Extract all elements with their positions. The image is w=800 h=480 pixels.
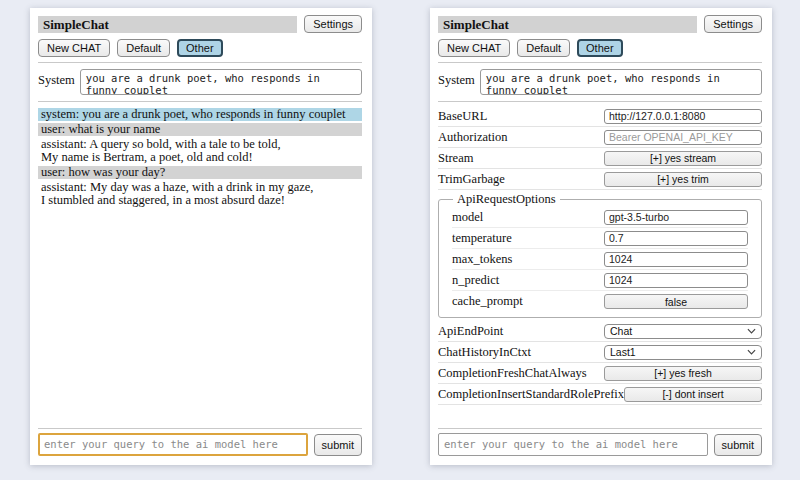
api-request-options-legend: ApiRequestOptions: [453, 192, 560, 207]
chat-session-tab-other[interactable]: Other: [577, 39, 623, 57]
chat-history-selected-value: Last1: [610, 346, 636, 358]
new-chat-button[interactable]: New CHAT: [38, 39, 110, 57]
system-prompt-input[interactable]: you are a drunk poet, who responds in fu…: [80, 69, 362, 95]
stream-label: Stream: [438, 151, 604, 166]
model-label: model: [452, 210, 604, 225]
stream-toggle-button[interactable]: [+] yes stream: [604, 151, 762, 166]
setting-row-baseurl: BaseURL: [438, 106, 762, 127]
setting-row-max-tokens: max_tokens: [452, 249, 748, 270]
chat-message-list: system: you are a drunk poet, who respon…: [38, 108, 362, 209]
new-chat-button[interactable]: New CHAT: [438, 39, 510, 57]
system-prompt-row: System you are a drunk poet, who respond…: [438, 69, 762, 95]
chevron-down-icon: [747, 349, 756, 355]
setting-row-cache-prompt: cache_prompt false: [452, 291, 748, 312]
setting-row-n-predict: n_predict: [452, 270, 748, 291]
n-predict-label: n_predict: [452, 273, 604, 288]
baseurl-label: BaseURL: [438, 109, 604, 124]
divider: [438, 62, 762, 63]
chevron-down-icon: [747, 328, 756, 334]
api-request-options-fieldset: ApiRequestOptions model temperature max_…: [438, 192, 762, 318]
api-endpoint-selected-value: Chat: [610, 325, 632, 337]
temperature-input[interactable]: [604, 231, 748, 246]
setting-row-completion-insert-standard-role-prefix: CompletionInsertStandardRolePrefix [-] d…: [438, 384, 762, 405]
chat-message-assistant: assistant: My day was a haze, with a dri…: [38, 181, 362, 207]
system-prompt-input[interactable]: you are a drunk poet, who responds in fu…: [480, 69, 762, 95]
titlebar: SimpleChat Settings: [38, 15, 362, 33]
authorization-label: Authorization: [438, 130, 604, 145]
temperature-label: temperature: [452, 231, 604, 246]
divider: [38, 101, 362, 102]
chat-message-assistant: assistant: A query so bold, with a tale …: [38, 138, 362, 164]
chat-session-tab-default[interactable]: Default: [117, 39, 170, 57]
api-endpoint-label: ApiEndPoint: [438, 324, 604, 339]
setting-row-api-endpoint: ApiEndPoint Chat: [438, 321, 762, 342]
cache-prompt-toggle-button[interactable]: false: [604, 294, 748, 309]
settings-button[interactable]: Settings: [704, 15, 762, 33]
cache-prompt-label: cache_prompt: [452, 294, 604, 309]
max-tokens-input[interactable]: [604, 252, 748, 267]
titlebar: SimpleChat Settings: [438, 15, 762, 33]
setting-row-stream: Stream [+] yes stream: [438, 148, 762, 169]
app-title: SimpleChat: [438, 16, 697, 33]
chat-panel: SimpleChat Settings New CHAT Default Oth…: [30, 8, 372, 465]
setting-row-model: model: [452, 207, 748, 228]
divider: [438, 101, 762, 102]
chat-session-tabs: New CHAT Default Other: [38, 39, 362, 57]
system-prompt-label: System: [438, 69, 475, 88]
model-input[interactable]: [604, 210, 748, 225]
completion-fresh-chat-toggle-button[interactable]: [+] yes fresh: [604, 366, 762, 381]
setting-row-completion-fresh-chat-always: CompletionFreshChatAlways [+] yes fresh: [438, 363, 762, 384]
chat-history-in-ctxt-select[interactable]: Last1: [604, 345, 762, 360]
setting-row-authorization: Authorization: [438, 127, 762, 148]
setting-row-temperature: temperature: [452, 228, 748, 249]
app-title: SimpleChat: [38, 16, 297, 33]
user-query-input[interactable]: [38, 433, 308, 456]
completion-insert-standard-role-prefix-label: CompletionInsertStandardRolePrefix: [438, 387, 624, 402]
chat-message-user: user: what is your name: [38, 123, 362, 136]
trim-garbage-label: TrimGarbage: [438, 172, 604, 187]
submit-button[interactable]: submit: [714, 434, 762, 456]
chat-message-user: user: how was your day?: [38, 166, 362, 179]
max-tokens-label: max_tokens: [452, 252, 604, 267]
api-endpoint-select[interactable]: Chat: [604, 324, 762, 339]
completion-fresh-chat-always-label: CompletionFreshChatAlways: [438, 366, 604, 381]
divider: [38, 428, 362, 429]
baseurl-input[interactable]: [604, 109, 762, 124]
settings-button[interactable]: Settings: [304, 15, 362, 33]
n-predict-input[interactable]: [604, 273, 748, 288]
query-bar: submit: [38, 423, 362, 456]
user-query-input[interactable]: [438, 433, 708, 456]
divider: [438, 428, 762, 429]
setting-row-chat-history-in-ctxt: ChatHistoryInCtxt Last1: [438, 342, 762, 363]
settings-list: BaseURL Authorization Stream [+] yes str…: [438, 106, 762, 405]
completion-insert-role-prefix-toggle-button[interactable]: [-] dont insert: [624, 387, 762, 402]
divider: [38, 62, 362, 63]
chat-history-in-ctxt-label: ChatHistoryInCtxt: [438, 345, 604, 360]
settings-panel: SimpleChat Settings New CHAT Default Oth…: [430, 8, 772, 465]
system-prompt-label: System: [38, 69, 75, 88]
authorization-input[interactable]: [604, 130, 762, 145]
chat-message-system: system: you are a drunk poet, who respon…: [38, 108, 362, 121]
query-bar: submit: [438, 423, 762, 456]
chat-session-tab-other[interactable]: Other: [177, 39, 223, 57]
setting-row-trim-garbage: TrimGarbage [+] yes trim: [438, 169, 762, 190]
trim-garbage-toggle-button[interactable]: [+] yes trim: [604, 172, 762, 187]
submit-button[interactable]: submit: [314, 434, 362, 456]
chat-session-tab-default[interactable]: Default: [517, 39, 570, 57]
system-prompt-row: System you are a drunk poet, who respond…: [38, 69, 362, 95]
chat-session-tabs: New CHAT Default Other: [438, 39, 762, 57]
